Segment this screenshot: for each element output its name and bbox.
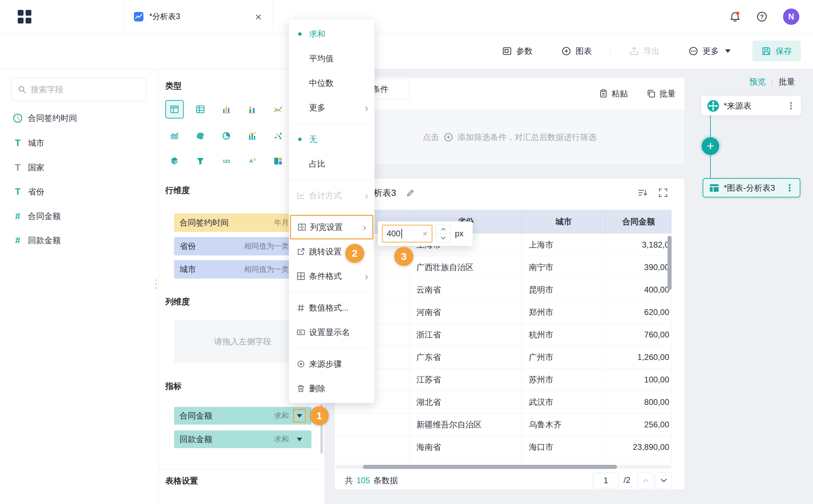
chart-type-combo[interactable] (243, 127, 261, 145)
menu-item-none[interactable]: 无 (289, 127, 374, 152)
chart-button[interactable]: 图表 (561, 46, 592, 57)
selected-dot-icon (298, 32, 302, 36)
column-width-input[interactable]: 400 × (382, 225, 432, 242)
menu-item-sum[interactable]: 求和 (289, 22, 374, 46)
chart-type-line[interactable] (269, 100, 287, 119)
field-item[interactable]: T 城市 (0, 131, 158, 155)
menu-item-number-format[interactable]: 数值格式... (289, 296, 374, 320)
table-horizontal-scrollbar[interactable] (363, 465, 617, 469)
col-dimension-label: 列维度 (165, 296, 190, 307)
menu-item-ratio[interactable]: 占比 (289, 152, 374, 176)
date-field-icon (12, 112, 24, 124)
caret-down-icon (297, 414, 302, 418)
paste-button[interactable]: 粘贴 (599, 88, 628, 99)
row-count: 105 (356, 476, 370, 485)
menu-item-delete[interactable]: 删除 (289, 376, 374, 401)
text-field-icon: T (12, 186, 24, 198)
chart-type-kpi-number[interactable]: 123 (217, 152, 235, 170)
metric-pill[interactable]: 合同金额 求和 (174, 407, 311, 425)
expand-icon[interactable] (658, 188, 668, 198)
chart-type-cube[interactable] (165, 152, 184, 170)
clear-input-icon[interactable]: × (423, 229, 428, 238)
batch-button[interactable]: 批量 (646, 88, 676, 99)
chart-type-funnel[interactable] (191, 152, 210, 170)
chart-type-group-table[interactable] (165, 100, 184, 119)
page-number-input[interactable] (593, 473, 619, 488)
table-vertical-scrollbar[interactable] (668, 236, 672, 290)
page-down-button[interactable] (656, 472, 672, 489)
menu-divider (289, 292, 374, 292)
metric-dropdown[interactable] (293, 409, 306, 423)
stepper-down-button[interactable] (436, 234, 450, 242)
column-header[interactable]: 城市 (522, 210, 605, 234)
menu-item-display-name[interactable]: 设置显示名 (289, 320, 374, 345)
topbar: *分析表3 × ? N (0, 0, 813, 33)
caret-down-icon (725, 49, 731, 53)
metric-dropdown[interactable] (293, 432, 306, 446)
fields-panel: 合同签约时间 T 城市 T 国家 T 省份 # 合同金额 # 回款金额 (0, 69, 158, 504)
svg-text:123: 123 (223, 159, 230, 164)
field-item[interactable]: 合同签约时间 (0, 106, 158, 130)
app-logo-icon[interactable] (17, 9, 32, 24)
table-row: 江苏省苏州市100,00 (335, 368, 672, 391)
number-field-icon: # (12, 234, 24, 247)
menu-item-conditional-format[interactable]: 条件格式› (289, 264, 374, 288)
preview-tab[interactable]: 预览 (749, 76, 766, 87)
document-tab[interactable]: *分析表3 × (123, 0, 272, 33)
node-menu-icon[interactable]: ⋮ (785, 182, 794, 193)
params-button[interactable]: 参数 (502, 46, 533, 57)
table-row-partial (335, 458, 672, 465)
source-table-node[interactable]: *来源表 ⋮ (701, 96, 801, 115)
jump-icon (296, 247, 305, 256)
node-menu-icon[interactable]: ⋮ (786, 100, 796, 111)
save-button[interactable]: 保存 (752, 41, 801, 61)
chart-type-scatter[interactable] (269, 127, 287, 145)
page-up-button[interactable] (638, 472, 654, 489)
table-row: 广西壮族自治区南宁市390,00 (335, 256, 672, 279)
notification-bell-icon[interactable] (729, 11, 741, 22)
chevron-right-icon: › (365, 190, 368, 201)
batch-tab[interactable]: 批量 (779, 76, 795, 87)
add-filter-icon[interactable] (443, 132, 454, 142)
chart-type-wordcloud[interactable]: AB (243, 152, 261, 170)
chart-type-map[interactable] (191, 127, 210, 145)
menu-divider (289, 123, 374, 124)
sort-icon[interactable] (638, 188, 648, 198)
chart-type-stacked-bar[interactable] (243, 100, 261, 119)
chart-type-cross-table[interactable] (191, 100, 210, 119)
toolbar: 参数 图表 导出 更多 保存 (0, 33, 813, 69)
chart-type-treemap[interactable] (269, 152, 287, 170)
chart-type-bar[interactable] (217, 100, 235, 119)
menu-item-source-step[interactable]: 来源步骤 (289, 352, 374, 376)
chart-type-area[interactable] (165, 127, 184, 145)
field-item[interactable]: T 国家 (0, 155, 158, 180)
field-item[interactable]: T 省份 (0, 179, 158, 204)
field-item[interactable]: # 合同金额 (0, 204, 158, 229)
stepper-up-button[interactable] (436, 225, 450, 234)
field-search-box[interactable] (11, 78, 147, 101)
menu-item-column-width[interactable]: 列宽设置› (290, 215, 373, 239)
column-header[interactable]: 合同金额 (605, 210, 672, 234)
filter-dropzone[interactable]: 点击 添加筛选条件，对汇总后数据进行筛选 (335, 110, 685, 165)
chevron-right-icon: › (365, 102, 368, 113)
menu-item-total-method[interactable]: 合计方式› (289, 183, 374, 208)
menu-item-median[interactable]: 中位数 (289, 71, 374, 95)
menu-item-more[interactable]: 更多› (289, 95, 374, 120)
field-item[interactable]: # 回款金额 (0, 228, 158, 253)
chart-type-pie[interactable] (217, 127, 235, 145)
add-step-button[interactable]: + (702, 137, 719, 155)
tab-close-icon[interactable]: × (255, 11, 262, 22)
more-button[interactable]: 更多 (688, 46, 731, 57)
export-icon (629, 46, 639, 56)
metric-pill[interactable]: 回款金额 求和 (174, 430, 311, 448)
avatar[interactable]: N (783, 9, 799, 25)
search-input[interactable] (31, 85, 133, 94)
menu-item-average[interactable]: 平均值 (289, 46, 374, 71)
export-button[interactable]: 导出 (629, 46, 660, 57)
table-node-icon (709, 183, 720, 193)
panel-resize-handle[interactable]: ⋮ (150, 278, 162, 289)
chevron-right-icon: › (363, 222, 366, 233)
chart-step-node[interactable]: *图表-分析表3 ⋮ (703, 178, 800, 198)
help-icon[interactable]: ? (756, 11, 767, 22)
edit-title-icon[interactable] (406, 188, 415, 197)
